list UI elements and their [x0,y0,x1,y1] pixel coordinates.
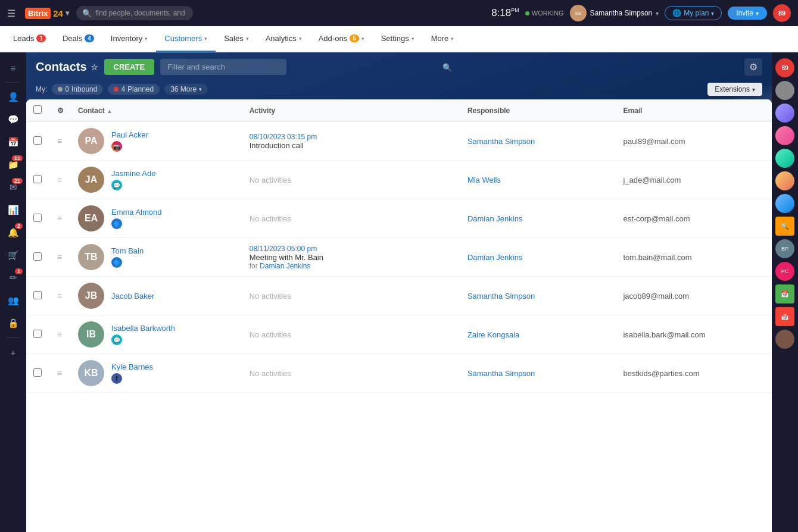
sidebar-icon-tasks[interactable]: ✏ 1 [2,267,24,289]
topbar-search-input[interactable] [76,6,193,20]
select-all-checkbox[interactable] [33,105,42,114]
contact-badge-facebook[interactable]: f [111,373,122,384]
topbar: ☰ Bitrix 24 ▾ 🔍 8:18PM WORKING SS Samant… [0,0,798,26]
responsible-name[interactable]: Mia Wells [467,176,501,184]
contact-name[interactable]: Jasmine Ade [111,169,155,178]
contact-name[interactable]: Emma Almond [111,208,162,217]
nav-more[interactable]: More ▾ [423,26,463,52]
email-cell: jacob89@mail.com [616,277,772,315]
row-drag-handle[interactable]: ≡ [50,161,71,199]
nav-leads[interactable]: Leads 1 [5,26,54,52]
right-avatar-6[interactable] [775,171,794,190]
right-avatar-1[interactable]: 89 [775,58,794,77]
contact-badge-map[interactable]: 🔷 [111,218,122,229]
right-avatar-2[interactable] [775,81,794,100]
right-avatar-icon1[interactable]: 🔍 [775,217,794,236]
sidebar-icon-contacts[interactable]: 👤 [2,86,24,108]
activity-date[interactable]: 08/10/2023 03:15 pm [250,133,453,141]
row-drag-handle[interactable]: ≡ [50,238,71,277]
responsible-name[interactable]: Zaire Kongsala [467,330,519,339]
create-button[interactable]: CREATE [104,59,154,75]
logo-dropdown-icon[interactable]: ▾ [66,9,69,17]
right-avatar-cal2[interactable]: 📅 [775,307,794,326]
row-checkbox[interactable] [33,214,42,222]
right-avatar-7[interactable] [775,194,794,213]
contact-name[interactable]: Kyle Barnes [111,362,153,371]
nav-customers[interactable]: Customers ▾ [156,26,216,52]
th-settings[interactable]: ⚙ [50,99,71,122]
row-checkbox[interactable] [33,136,42,145]
right-avatar-cal1[interactable]: 📅 [775,284,794,303]
contact-name[interactable]: Jacob Baker [111,292,154,301]
sidebar-icon-reports[interactable]: 📊 [2,199,24,221]
hamburger-icon[interactable]: ☰ [7,8,15,19]
right-avatar-3[interactable] [775,104,794,123]
responsible-name[interactable]: Samantha Simpson [467,369,535,378]
nav-inventory[interactable]: Inventory ▾ [102,26,156,52]
contact-badge-instagram[interactable]: 📷 [111,141,122,152]
th-contact[interactable]: Contact ▲ [71,99,242,122]
sidebar-icon-notifications[interactable]: 🔔 2 [2,222,24,243]
my-tag-more[interactable]: 36 More ▾ [164,84,208,95]
sidebar-icon-mail[interactable]: ✉ 21 [2,177,24,198]
right-avatar-last[interactable] [775,330,794,349]
sidebar-icon-people[interactable]: 👥 [2,290,24,311]
user-info[interactable]: SS Samantha Simpson ▾ [570,5,659,21]
row-drag-handle[interactable]: ≡ [50,315,71,354]
right-avatar-pc[interactable]: PC [775,262,794,281]
responsible-name[interactable]: Damian Jenkins [467,214,523,223]
responsible-name[interactable]: Samantha Simpson [467,292,535,301]
my-tag-inbound[interactable]: 0 Inbound [52,84,103,95]
nav-settings[interactable]: Settings ▾ [373,26,423,52]
responsible-name[interactable]: Samantha Simpson [467,137,535,146]
sidebar-icon-files[interactable]: 📁 11 [2,154,24,176]
right-avatar-4[interactable] [775,126,794,145]
row-checkbox[interactable] [33,330,42,338]
my-bar: My: 0 Inbound 4 Planned 36 More ▾ Extens… [26,80,772,99]
row-checkbox[interactable] [33,175,42,183]
nav-analytics[interactable]: Analytics ▾ [257,26,310,52]
activity-for-name[interactable]: Damian Jenkins [260,262,310,270]
right-avatar-bp[interactable]: BP [775,239,794,258]
extensions-button[interactable]: Extensions ▾ [707,83,762,96]
activity-text: Introduction call [250,141,453,150]
invite-button[interactable]: Invite ▾ [728,7,767,20]
sidebar-icon-add[interactable]: + [2,342,24,363]
my-tag-planned[interactable]: 4 Planned [108,84,160,95]
contact-cell: JB Jacob Baker [71,277,242,315]
filter-search-input[interactable] [160,59,286,75]
row-checkbox[interactable] [33,291,42,299]
contact-info: Emma Almond 🔷 [111,208,162,229]
sidebar-separator [6,82,20,83]
sidebar-icon-calendar[interactable]: 📅 [2,132,24,153]
contact-name[interactable]: Paul Acker [111,130,148,139]
right-avatar-5[interactable] [775,149,794,168]
contact-name[interactable]: Isabella Barkworth [111,324,175,333]
contact-name[interactable]: Tom Bain [111,246,144,255]
user-dropdown-icon: ▾ [656,10,659,17]
nav-deals[interactable]: Deals 4 [54,26,102,52]
contact-badge-map[interactable]: 🔷 [111,257,122,268]
contact-badge-chat[interactable]: 💬 [111,180,122,190]
sidebar-icon-menu[interactable]: ≡ [2,57,24,79]
row-checkbox[interactable] [33,252,42,261]
nav-sales[interactable]: Sales ▾ [216,26,257,52]
sidebar-icon-store[interactable]: 🛒 [2,245,24,266]
favorite-icon[interactable]: ☆ [91,62,98,72]
contact-badge-chat[interactable]: 💬 [111,334,122,345]
responsible-name[interactable]: Damian Jenkins [467,253,523,262]
activity-date[interactable]: 08/11/2023 05:00 pm [250,245,453,253]
sidebar-icon-chat[interactable]: 💬 [2,109,24,130]
table-settings-button[interactable]: ⚙ [744,58,762,76]
row-drag-handle[interactable]: ≡ [50,199,71,238]
user-avatar-circle[interactable]: 89 [773,4,791,22]
nav-addons[interactable]: Add-ons 5 ▾ [310,26,373,52]
row-drag-handle[interactable]: ≡ [50,122,71,161]
responsible-cell: Samantha Simpson [460,277,616,315]
row-drag-handle[interactable]: ≡ [50,277,71,315]
plan-button[interactable]: 🌐 My plan ▾ [665,6,722,20]
analytics-chevron-icon: ▾ [299,36,302,42]
sidebar-icon-security[interactable]: 🔒 [2,312,24,334]
row-checkbox[interactable] [33,368,42,377]
row-drag-handle[interactable]: ≡ [50,354,71,393]
